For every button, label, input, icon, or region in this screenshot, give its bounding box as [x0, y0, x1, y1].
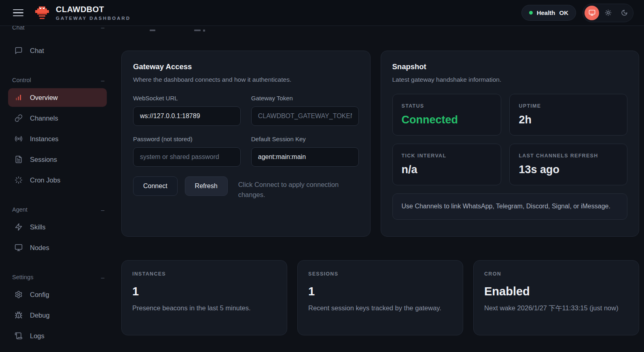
moon-icon [621, 9, 628, 16]
sidebar-item-sessions[interactable]: Sessions [8, 150, 107, 169]
instances-stat-card: INSTANCES 1 Presence beacons in the last… [121, 260, 287, 335]
tile-label: LAST CHANNELS REFRESH [519, 153, 618, 159]
last-channels-refresh-value: 13s ago [519, 163, 618, 176]
sessions-stat-card: SESSIONS 1 Recent session keys tracked b… [297, 260, 463, 335]
card-title: Snapshot [392, 62, 627, 71]
stat-description: Recent session keys tracked by the gatew… [308, 303, 452, 313]
tick-interval-value: n/a [402, 163, 492, 176]
status-value: Connected [402, 114, 492, 126]
collapse-section-icon[interactable]: – [100, 206, 105, 213]
session-key-input[interactable] [251, 147, 359, 167]
sidebar-item-label: Chat [30, 47, 44, 55]
sidebar-item-label: Config [30, 291, 49, 299]
sidebar-item-skills[interactable]: Skills [8, 218, 107, 236]
instances-value: 1 [132, 285, 276, 298]
app-subtitle: GATEWAY DASHBOARD [56, 16, 131, 21]
theme-toggle-group [583, 4, 633, 22]
link-icon [15, 114, 23, 122]
stat-label: SESSIONS [308, 271, 452, 277]
connect-button[interactable]: Connect [133, 176, 178, 196]
card-subtitle: Where the dashboard connects and how it … [133, 76, 359, 83]
stat-description: Next wake 2026/1/27 下午11:33:15 (just now… [484, 303, 628, 313]
last-channels-refresh-tile: LAST CHANNELS REFRESH 13s ago [509, 144, 627, 185]
zap-icon [15, 223, 23, 231]
sidebar-item-label: Sessions [30, 156, 57, 163]
password-input[interactable] [133, 147, 241, 167]
theme-dark-button[interactable] [617, 6, 631, 20]
tile-label: STATUS [402, 103, 492, 109]
cron-stat-card: CRON Enabled Next wake 2026/1/27 下午11:33… [473, 260, 639, 335]
sidebar-item-label: Nodes [30, 244, 49, 252]
radio-icon [15, 135, 23, 143]
channels-note: Use Channels to link WhatsApp, Telegram,… [392, 193, 627, 220]
sidebar-item-instances[interactable]: Instances [8, 129, 107, 148]
health-dot-icon [529, 11, 533, 15]
sidebar: Chat – Chat Control – Overview [0, 26, 114, 352]
theme-system-button[interactable] [585, 6, 599, 20]
sidebar-item-label: Overview [30, 94, 58, 102]
theme-light-button[interactable] [601, 6, 615, 20]
loader-icon [15, 176, 23, 184]
sessions-value: 1 [308, 285, 452, 298]
health-status-badge: Health OK [521, 5, 576, 21]
gear-icon [15, 291, 23, 299]
sidebar-item-overview[interactable]: Overview [8, 88, 107, 107]
monitor-icon [589, 9, 595, 16]
sidebar-item-label: Cron Jobs [30, 176, 60, 184]
main-content: Gateway Access Where the dashboard conne… [114, 26, 644, 352]
status-tile: STATUS Connected [392, 94, 502, 136]
stat-label: CRON [484, 271, 628, 277]
card-subtitle: Latest gateway handshake information. [392, 76, 627, 83]
sidebar-item-label: Debug [30, 312, 50, 319]
card-title: Gateway Access [133, 62, 359, 71]
tick-interval-tile: TICK INTERVAL n/a [392, 144, 502, 185]
tile-label: TICK INTERVAL [402, 153, 492, 159]
menu-icon[interactable] [11, 6, 25, 20]
sidebar-item-debug[interactable]: Debug [8, 306, 107, 324]
gateway-token-input[interactable] [251, 106, 359, 126]
scrolled-content-remnant [150, 29, 639, 33]
app-header: CLAWDBOT GATEWAY DASHBOARD Health OK [0, 0, 644, 26]
sidebar-section-control: Control – [12, 76, 105, 84]
password-label: Password (not stored) [133, 136, 241, 142]
gateway-access-card: Gateway Access Where the dashboard conne… [121, 51, 371, 237]
tile-label: UPTIME [519, 103, 618, 109]
sidebar-section-agent: Agent – [12, 206, 105, 214]
sidebar-item-channels[interactable]: Channels [8, 109, 107, 127]
section-label: Settings [12, 274, 33, 280]
bug-icon [15, 311, 23, 319]
sun-icon [605, 9, 612, 16]
chat-bubble-icon [15, 47, 23, 55]
collapse-section-icon[interactable]: – [100, 26, 105, 31]
file-text-icon [15, 155, 23, 163]
stat-description: Presence beacons in the last 5 minutes. [132, 303, 276, 313]
sidebar-item-label: Logs [30, 332, 44, 340]
refresh-button[interactable]: Refresh [185, 176, 228, 196]
health-label: Health [537, 9, 555, 16]
sidebar-item-nodes[interactable]: Nodes [8, 238, 107, 257]
section-label: Agent [12, 206, 28, 213]
websocket-url-input[interactable] [133, 106, 241, 126]
connect-helper-text: Click Connect to apply connection change… [238, 180, 359, 200]
sidebar-item-label: Instances [30, 135, 59, 143]
sidebar-item-cron-jobs[interactable]: Cron Jobs [8, 171, 107, 189]
uptime-tile: UPTIME 2h [509, 94, 627, 136]
sidebar-item-chat[interactable]: Chat [8, 41, 107, 60]
sidebar-item-logs[interactable]: Logs [8, 327, 107, 345]
pixel-crab-logo [34, 6, 50, 20]
session-key-label: Default Session Key [251, 136, 359, 142]
sidebar-item-config[interactable]: Config [8, 285, 107, 304]
sidebar-section-chat: Chat – [12, 26, 105, 32]
collapse-section-icon[interactable]: – [100, 77, 105, 84]
section-label: Control [12, 77, 31, 83]
snapshot-card: Snapshot Latest gateway handshake inform… [381, 51, 639, 237]
monitor-icon [15, 244, 23, 252]
websocket-url-label: WebSocket URL [133, 95, 241, 102]
uptime-value: 2h [519, 114, 618, 126]
scroll-icon [15, 332, 23, 340]
gateway-token-label: Gateway Token [251, 95, 359, 102]
collapse-section-icon[interactable]: – [100, 274, 105, 281]
cron-value: Enabled [484, 285, 628, 298]
health-value: OK [559, 9, 569, 16]
sidebar-item-label: Channels [30, 115, 58, 122]
